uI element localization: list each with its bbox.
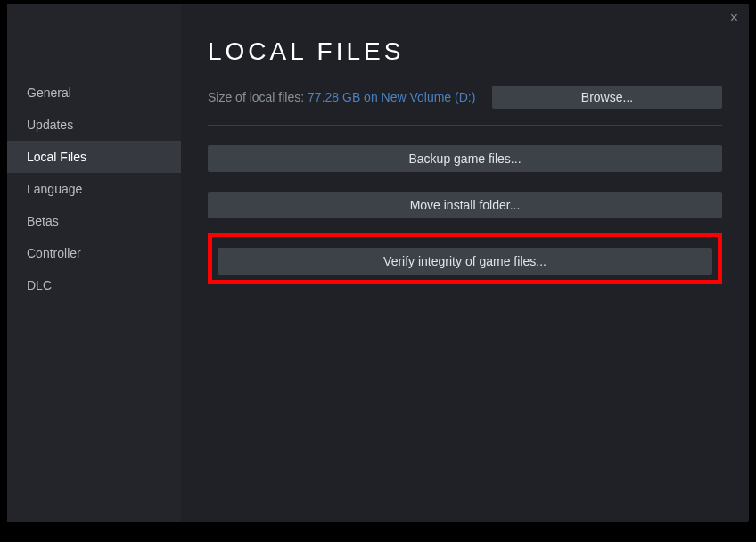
move-folder-button[interactable]: Move install folder... <box>208 192 722 218</box>
size-label: Size of local files: <box>208 90 308 104</box>
sidebar-item-general[interactable]: General <box>7 77 181 109</box>
close-icon[interactable]: × <box>730 11 738 25</box>
size-row: Size of local files: 77.28 GB on New Vol… <box>208 86 722 109</box>
highlight-box: Verify integrity of game files... <box>208 233 722 284</box>
size-value-link[interactable]: 77.28 GB on New Volume (D:) <box>308 90 475 104</box>
sidebar-item-betas[interactable]: Betas <box>7 205 181 237</box>
sidebar-item-controller[interactable]: Controller <box>7 237 181 269</box>
sidebar: General Updates Local Files Language Bet… <box>7 4 181 522</box>
divider <box>208 125 722 126</box>
properties-window: × General Updates Local Files Language B… <box>7 4 749 522</box>
sidebar-item-updates[interactable]: Updates <box>7 109 181 141</box>
sidebar-item-language[interactable]: Language <box>7 173 181 205</box>
browse-button[interactable]: Browse... <box>492 86 722 109</box>
sidebar-item-local-files[interactable]: Local Files <box>7 141 181 173</box>
backup-button[interactable]: Backup game files... <box>208 145 722 172</box>
verify-integrity-button[interactable]: Verify integrity of game files... <box>218 248 712 275</box>
page-title: LOCAL FILES <box>208 37 722 66</box>
size-text-wrap: Size of local files: 77.28 GB on New Vol… <box>208 89 475 105</box>
sidebar-item-dlc[interactable]: DLC <box>7 269 181 301</box>
main-panel: LOCAL FILES Size of local files: 77.28 G… <box>181 4 749 522</box>
